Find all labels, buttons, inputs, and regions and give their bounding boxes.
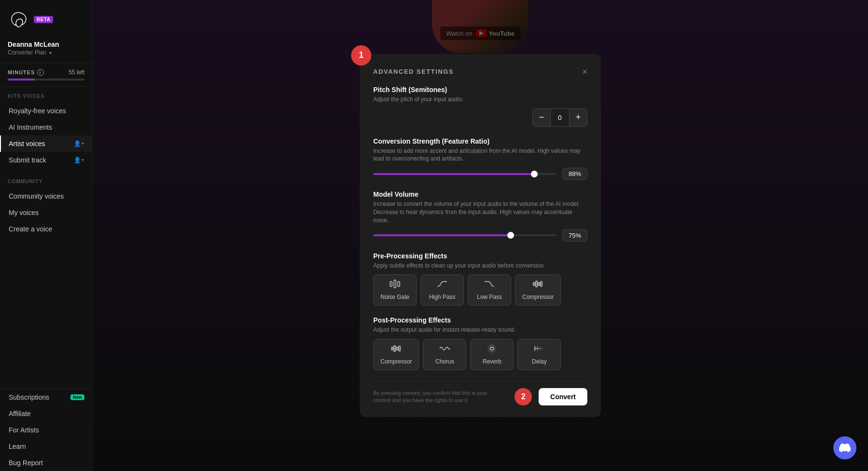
sidebar: BETA Deanna McLean Converter Plan ▾ MINU… <box>0 0 93 471</box>
model-volume-block: Model Volume Increase to convert the vol… <box>373 190 587 241</box>
conversion-strength-slider-row: 88% <box>373 168 587 180</box>
conversion-strength-thumb <box>531 171 538 177</box>
main-content: Watch on YouTube 1 ADVANCED SETTINGS × P… <box>93 0 868 471</box>
pitch-controls: − 0 + <box>373 108 587 127</box>
svg-point-13 <box>490 347 493 350</box>
modal-footer: By pressing convert, you confirm that th… <box>373 381 587 405</box>
sidebar-item-create-voice[interactable]: Create a voice <box>0 221 92 237</box>
delay-button[interactable]: Delay <box>517 339 561 370</box>
minutes-left: 55 left <box>68 69 84 76</box>
footer-right: 2 Convert <box>515 388 587 405</box>
reverb-button[interactable]: Reverb <box>470 339 514 370</box>
minutes-info-icon[interactable]: i <box>37 69 44 76</box>
new-badge: New <box>70 394 84 400</box>
low-pass-label: Low Pass <box>477 294 502 300</box>
sidebar-item-bug-report[interactable]: Bug Report <box>0 455 92 471</box>
community-section: COMMUNITY Community voices My voices Cre… <box>0 172 92 241</box>
conversion-strength-fill <box>373 173 534 175</box>
pre-processing-block: Pre-Processing Effects Apply subtle effe… <box>373 252 587 306</box>
pre-processing-effects: Noise Gate High Pass <box>373 274 587 306</box>
sidebar-item-ai-instruments[interactable]: AI Instruments <box>0 119 92 135</box>
sidebar-item-royalty-free[interactable]: Royalty-free voices <box>0 103 92 119</box>
model-volume-slider-row: 75% <box>373 229 587 242</box>
pitch-decrement-button[interactable]: − <box>533 109 550 126</box>
noise-gate-button[interactable]: Noise Gate <box>373 274 417 306</box>
compressor-post-icon <box>391 344 402 355</box>
sidebar-item-learn[interactable]: Learn <box>0 438 92 455</box>
beta-badge: BETA <box>34 16 53 23</box>
user-name: Deanna McLean <box>8 40 84 48</box>
model-volume-desc: Increase to convert the volume of your i… <box>373 200 587 224</box>
sidebar-item-subscriptions[interactable]: Subscriptions New <box>0 389 92 405</box>
sidebar-header: BETA <box>0 0 92 37</box>
kits-voices-label: KITS VOICES <box>0 94 92 103</box>
minutes-bar-fill <box>8 79 35 81</box>
low-pass-icon <box>484 280 495 291</box>
high-pass-icon <box>437 280 448 291</box>
high-pass-label: High Pass <box>429 294 456 300</box>
pitch-increment-button[interactable]: + <box>570 109 587 126</box>
sidebar-bottom: Subscriptions New Affiliate For Artists … <box>0 389 92 471</box>
sidebar-item-my-voices[interactable]: My voices <box>0 204 92 221</box>
sidebar-item-community-voices[interactable]: Community voices <box>0 188 92 204</box>
chorus-icon <box>439 344 450 355</box>
convert-button[interactable]: Convert <box>539 388 587 405</box>
conversion-strength-desc: Increase to add more accent and articula… <box>373 147 587 163</box>
pre-processing-title: Pre-Processing Effects <box>373 252 587 260</box>
model-volume-slider[interactable] <box>373 234 556 236</box>
conversion-strength-value: 88% <box>562 168 587 180</box>
user-plan-row: Converter Plan ▾ <box>8 49 84 56</box>
delay-label: Delay <box>532 358 547 365</box>
modal-title: ADVANCED SETTINGS <box>373 68 454 75</box>
post-processing-block: Post-Processing Effects Adjust the outpu… <box>373 316 587 370</box>
discord-icon <box>839 442 851 454</box>
sidebar-item-affiliate[interactable]: Affiliate <box>0 405 92 422</box>
pre-processing-desc: Apply subtle effects to clean up your in… <box>373 262 587 270</box>
low-pass-button[interactable]: Low Pass <box>468 274 511 306</box>
model-volume-value: 75% <box>562 229 587 242</box>
logo-icon <box>8 9 29 30</box>
post-processing-effects: Compressor Chorus <box>373 339 587 370</box>
modal-close-button[interactable]: × <box>582 67 587 76</box>
advanced-settings-modal: 1 ADVANCED SETTINGS × Pitch Shift (Semit… <box>360 54 601 417</box>
post-processing-desc: Adjust the output audio for instant rele… <box>373 326 587 334</box>
minutes-label-row: MINUTES i 55 left <box>8 69 84 76</box>
pitch-btn-group: − 0 + <box>532 108 587 127</box>
footer-note: By pressing convert, you confirm that th… <box>373 390 499 404</box>
pitch-shift-desc: Adjust the pitch of your input audio. <box>373 95 587 104</box>
minutes-section: MINUTES i 55 left <box>0 63 92 87</box>
pitch-shift-block: Pitch Shift (Semitones) Adjust the pitch… <box>373 86 587 127</box>
svg-rect-0 <box>390 282 392 286</box>
delay-icon <box>534 344 544 355</box>
post-processing-title: Post-Processing Effects <box>373 316 587 324</box>
user-plan: Converter Plan <box>8 49 46 56</box>
compressor-pre-label: Compressor <box>522 294 554 300</box>
svg-point-14 <box>489 346 495 351</box>
conversion-strength-slider[interactable] <box>373 173 556 175</box>
noise-gate-icon <box>390 280 400 291</box>
high-pass-button[interactable]: High Pass <box>420 274 464 306</box>
model-volume-thumb <box>507 232 514 239</box>
conversion-strength-title: Conversion Strength (Feature Ratio) <box>373 137 587 145</box>
chorus-button[interactable]: Chorus <box>423 339 466 370</box>
compressor-post-button[interactable]: Compressor <box>373 339 419 370</box>
add-track-icon[interactable]: 👤+ <box>74 157 84 163</box>
compressor-pre-button[interactable]: Compressor <box>515 274 561 306</box>
minutes-bar-bg <box>8 79 84 81</box>
discord-button[interactable] <box>833 436 856 459</box>
model-volume-title: Model Volume <box>373 190 587 198</box>
step-2-badge: 2 <box>515 388 532 405</box>
svg-rect-1 <box>394 280 396 288</box>
sidebar-item-submit-track[interactable]: Submit track 👤+ <box>0 152 92 168</box>
chorus-label: Chorus <box>435 358 454 365</box>
sidebar-item-artist-voices[interactable]: Artist voices 👤+ <box>0 135 92 152</box>
pitch-shift-title: Pitch Shift (Semitones) <box>373 86 587 94</box>
user-section[interactable]: Deanna McLean Converter Plan ▾ <box>0 37 92 63</box>
modal-overlay: 1 ADVANCED SETTINGS × Pitch Shift (Semit… <box>93 0 868 471</box>
add-artist-voice-icon[interactable]: 👤+ <box>74 140 84 147</box>
community-label: COMMUNITY <box>0 179 92 188</box>
sidebar-item-for-artists[interactable]: For Artists <box>0 422 92 438</box>
reverb-icon <box>487 344 497 355</box>
modal-header: ADVANCED SETTINGS × <box>373 67 587 76</box>
step-1-badge: 1 <box>351 45 371 66</box>
